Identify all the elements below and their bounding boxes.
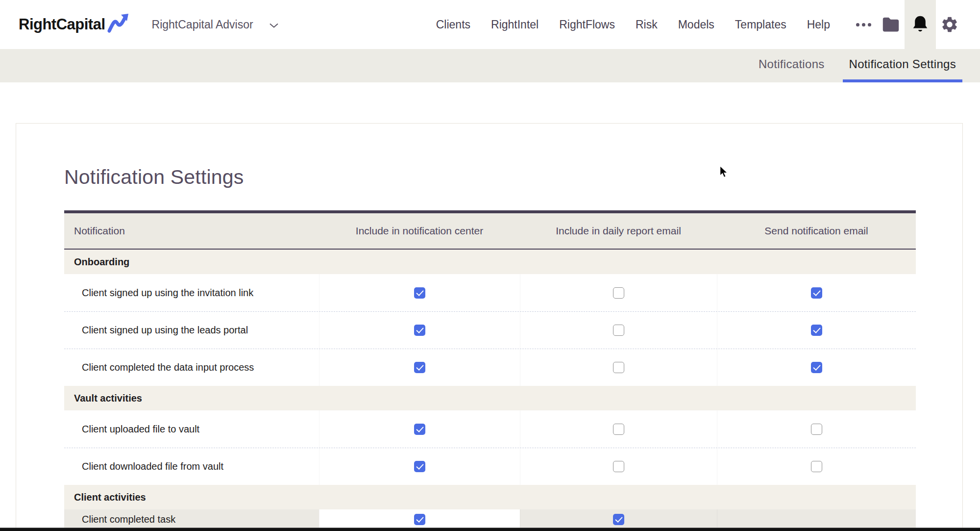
folder-icon (882, 16, 900, 33)
notification-name: Client signed up using the invitation li… (64, 274, 319, 311)
notification-name: Client completed the data input process (64, 349, 319, 386)
rightcapital-logo[interactable]: RightCapital (19, 15, 129, 34)
nav-item-clients[interactable]: Clients (436, 18, 470, 31)
table-row: Client completed the data input process (64, 349, 916, 386)
daily-report-checkbox[interactable] (613, 424, 624, 435)
column-header-notification-center: Include in notification center (319, 225, 520, 237)
daily-report-checkbox[interactable] (613, 514, 624, 525)
secondary-navigation: Notifications Notification Settings (0, 49, 980, 82)
send-email-checkbox[interactable] (811, 325, 822, 336)
settings-card: Notification Settings Notification Inclu… (16, 123, 963, 531)
notifications-button[interactable] (905, 0, 936, 49)
account-switcher[interactable]: RightCapital Advisor (152, 18, 278, 31)
tab-notifications[interactable]: Notifications (752, 49, 831, 82)
section-header-vault-activities: Vault activities (64, 386, 916, 410)
notification-settings-table: Notification Include in notification cen… (64, 210, 916, 531)
header-icon-group (850, 0, 980, 49)
cell-send-email (717, 448, 916, 485)
cell-daily-report (520, 349, 717, 386)
nav-item-rightintel[interactable]: RightIntel (491, 18, 539, 31)
section-header-client-activities: Client activities (64, 485, 916, 509)
cell-send-email (717, 312, 916, 349)
account-name: RightCapital Advisor (152, 18, 253, 31)
column-header-notification: Notification (64, 225, 319, 237)
trend-arrow-icon (107, 13, 129, 34)
daily-report-checkbox[interactable] (613, 287, 624, 299)
cell-notification-center (319, 410, 520, 448)
cell-daily-report (520, 410, 717, 448)
top-navigation: RightCapital RightCapital Advisor Client… (0, 0, 980, 49)
cell-send-email (717, 410, 916, 448)
main-content: Notification Settings Notification Inclu… (0, 123, 980, 531)
nav-item-templates[interactable]: Templates (735, 18, 786, 31)
bell-icon (911, 15, 929, 34)
table-header: Notification Include in notification cen… (64, 213, 916, 250)
notification-name: Client signed up using the leads portal (64, 312, 319, 349)
chevron-down-icon (270, 23, 278, 28)
column-header-send-email: Send notification email (717, 225, 916, 237)
nav-item-models[interactable]: Models (678, 18, 714, 31)
column-header-daily-report: Include in daily report email (520, 225, 717, 237)
screen-bottom-edge (0, 528, 980, 531)
tab-notification-settings[interactable]: Notification Settings (843, 49, 962, 82)
nav-item-risk[interactable]: Risk (636, 18, 658, 31)
send-email-checkbox[interactable] (811, 362, 822, 373)
notification-center-checkbox[interactable] (414, 325, 425, 336)
daily-report-checkbox[interactable] (613, 461, 624, 472)
cell-send-email (717, 349, 916, 386)
nav-item-help[interactable]: Help (807, 18, 830, 31)
ellipsis-icon (856, 23, 871, 26)
table-row: Client signed up using the invitation li… (64, 274, 916, 311)
cell-send-email (717, 274, 916, 311)
notification-center-checkbox[interactable] (414, 424, 425, 435)
vault-button[interactable] (877, 0, 905, 49)
notification-center-checkbox[interactable] (414, 514, 425, 525)
settings-button[interactable] (936, 0, 963, 49)
notification-center-checkbox[interactable] (414, 461, 425, 472)
cell-notification-center (319, 274, 520, 311)
notification-center-checkbox[interactable] (414, 287, 425, 299)
table-row: Client uploaded file to vault (64, 410, 916, 448)
gear-icon (940, 15, 959, 34)
page-title: Notification Settings (64, 166, 962, 189)
notification-name: Client uploaded file to vault (64, 410, 319, 448)
overflow-menu-button[interactable] (850, 0, 877, 49)
section-header-onboarding: Onboarding (64, 250, 916, 274)
table-row: Client signed up using the leads portal (64, 311, 916, 349)
send-email-checkbox[interactable] (811, 287, 822, 299)
table-row: Client downloaded file from vault (64, 448, 916, 485)
cell-notification-center (319, 448, 520, 485)
send-email-checkbox[interactable] (811, 461, 822, 472)
main-menu: Clients RightIntel RightFlows Risk Model… (436, 18, 830, 31)
logo-text: RightCapital (19, 16, 105, 33)
cell-notification-center (319, 349, 520, 386)
cell-daily-report (520, 312, 717, 349)
notification-name: Client downloaded file from vault (64, 448, 319, 485)
cell-notification-center (319, 312, 520, 349)
notification-center-checkbox[interactable] (414, 362, 425, 373)
daily-report-checkbox[interactable] (613, 325, 624, 336)
send-email-checkbox[interactable] (811, 424, 822, 435)
daily-report-checkbox[interactable] (613, 362, 624, 373)
cell-daily-report (520, 274, 717, 311)
cell-daily-report (520, 448, 717, 485)
nav-item-rightflows[interactable]: RightFlows (559, 18, 615, 31)
